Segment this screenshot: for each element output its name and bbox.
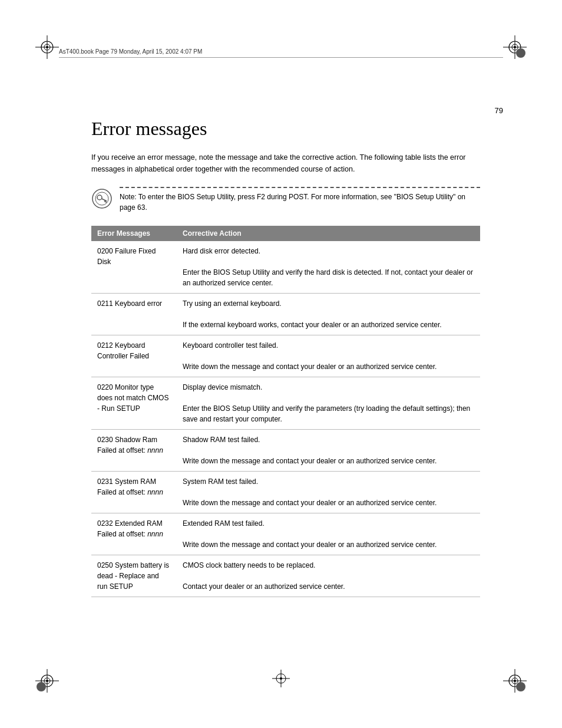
table-header-row: Error Messages Corrective Action <box>91 226 480 241</box>
corner-mark-tl <box>35 35 59 59</box>
corrective-action-cell: CMOS clock battery needs to be replaced.… <box>177 555 480 597</box>
svg-point-15 <box>46 680 48 682</box>
table-row: 0220 Monitor type does not match CMOS - … <box>91 377 480 430</box>
corrective-action-cell: Try using an external keyboard. If the e… <box>177 294 480 335</box>
svg-point-9 <box>514 46 516 48</box>
corner-mark-tr <box>503 35 527 59</box>
svg-point-25 <box>97 195 102 200</box>
table-row: 0250 System battery is dead - Replace an… <box>91 555 480 597</box>
corrective-action-cell: Shadow RAM test failed. Write down the m… <box>177 430 480 472</box>
svg-line-26 <box>102 199 107 201</box>
page: AsT400.book Page 79 Monday, April 15, 20… <box>0 0 562 728</box>
col-header-action: Corrective Action <box>177 226 480 241</box>
error-code-cell: 0230 Shadow Ram Failed at offset: nnnn <box>91 430 177 472</box>
note-icon <box>91 188 113 212</box>
note-box: Note: To enter the BIOS Setup Utility, p… <box>91 187 480 213</box>
error-code-cell: 0211 Keyboard error <box>91 294 177 335</box>
table-row: 0232 Extended RAM Failed at offset: nnnn… <box>91 513 480 555</box>
error-table: Error Messages Corrective Action 0200 Fa… <box>91 226 480 597</box>
svg-point-16 <box>37 682 46 691</box>
page-title: Error messages <box>91 118 503 140</box>
error-code-cell: 0232 Extended RAM Failed at offset: nnnn <box>91 513 177 555</box>
corrective-action-cell: Hard disk error detected. Enter the BIOS… <box>177 241 480 294</box>
col-header-error: Error Messages <box>91 226 177 241</box>
error-code-cell: 0231 System RAM Failed at offset: nnnn <box>91 472 177 513</box>
table-row: 0230 Shadow Ram Failed at offset: nnnnSh… <box>91 430 480 472</box>
error-code-cell: 0250 System battery is dead - Replace an… <box>91 555 177 597</box>
corner-mark-br <box>503 669 527 693</box>
page-number: 79 <box>495 106 503 115</box>
svg-point-32 <box>280 677 282 680</box>
table-row: 0231 System RAM Failed at offset: nnnnSy… <box>91 472 480 513</box>
header-text: AsT400.book Page 79 Monday, April 15, 20… <box>59 48 202 55</box>
table-row: 0212 Keyboard Controller FailedKeyboard … <box>91 335 480 377</box>
svg-point-4 <box>46 46 48 48</box>
corrective-action-cell: Display device mismatch. Enter the BIOS … <box>177 377 480 430</box>
note-text: Note: To enter the BIOS Setup Utility, p… <box>120 187 480 213</box>
table-row: 0200 Failure Fixed DiskHard disk error d… <box>91 241 480 294</box>
table-row: 0211 Keyboard errorTry using an external… <box>91 294 480 335</box>
error-code-cell: 0212 Keyboard Controller Failed <box>91 335 177 377</box>
error-code-cell: 0200 Failure Fixed Disk <box>91 241 177 294</box>
corrective-action-cell: Keyboard controller test failed. Write d… <box>177 335 480 377</box>
intro-paragraph: If you receive an error message, note th… <box>91 151 480 175</box>
svg-point-10 <box>516 48 525 58</box>
svg-point-21 <box>514 680 516 682</box>
corrective-action-cell: Extended RAM test failed. Write down the… <box>177 513 480 555</box>
corrective-action-cell: System RAM test failed. Write down the m… <box>177 472 480 513</box>
error-code-cell: 0220 Monitor type does not match CMOS - … <box>91 377 177 430</box>
main-content: Error messages If you receive an error m… <box>91 118 503 597</box>
corner-mark-bl <box>35 669 59 693</box>
svg-point-22 <box>516 682 525 691</box>
page-header: AsT400.book Page 79 Monday, April 15, 20… <box>59 48 503 58</box>
bottom-center-mark <box>272 670 290 690</box>
